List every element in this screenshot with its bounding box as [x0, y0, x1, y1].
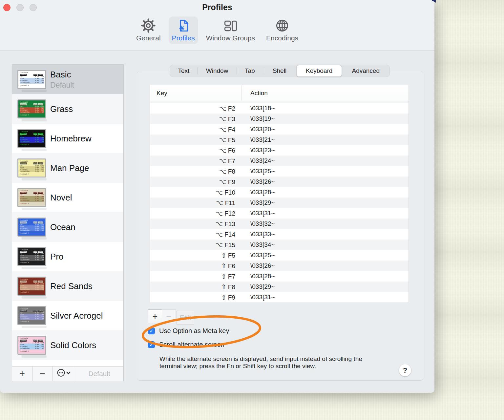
table-row[interactable]: ⌥ F13\033[32~ — [150, 219, 409, 229]
tab-text[interactable]: Text — [170, 65, 198, 77]
table-row[interactable]: ⇧ F9\033[31~ — [150, 292, 409, 303]
add-binding-button[interactable]: + — [148, 309, 162, 323]
table-row[interactable]: ⇧ F8\033[29~ — [150, 282, 409, 292]
tab-tab[interactable]: Tab — [237, 65, 263, 77]
profile-name: Homebrew — [50, 134, 92, 144]
table-row[interactable]: ⌥ F14\033[33~ — [150, 229, 409, 240]
profile-item-man-page[interactable]: Terminal# COMMAND %CPU RPRVT top4.1%231K… — [12, 153, 123, 183]
thumb-prompt: Terminal # — [20, 232, 44, 234]
profile-name: Silver Aerogel — [50, 311, 103, 321]
thumb-prompt: Terminal # — [20, 144, 44, 146]
toolbar-item-window-groups[interactable]: Window Groups — [203, 16, 258, 44]
tab-keyboard[interactable]: Keyboard — [296, 65, 342, 77]
remove-profile-button[interactable]: − — [32, 367, 53, 381]
thumb-process-row: loginwindow0.0%4M — [20, 111, 44, 113]
table-row[interactable]: ⌥ F7\033[24~ — [150, 156, 409, 166]
thumb-prompt: Terminal # — [20, 203, 44, 205]
profile-name: Pro — [50, 252, 63, 262]
profile-thumbnail: Terminal# COMMAND %CPU RPRVT top4.1%231K… — [17, 306, 46, 325]
profile-name: Ocean — [50, 222, 75, 232]
thumb-process-row: loginwindow0.0%4M — [20, 229, 44, 231]
table-row[interactable]: ⌥ F3\033[19~ — [150, 114, 409, 124]
profile-thumbnail: Terminal# COMMAND %CPU RPRVT top4.1%231K… — [17, 99, 46, 118]
remove-binding-button[interactable]: − — [162, 309, 176, 323]
scroll-alternate-screen-row: ✓ Scroll alternate screen — [148, 341, 224, 348]
profile-name: Grass — [50, 104, 73, 114]
toolbar-label: General — [136, 34, 161, 42]
table-row[interactable]: ⌥ F2\033[18~ — [150, 103, 409, 114]
tab-shell[interactable]: Shell — [263, 65, 296, 77]
table-row[interactable]: ⇧ F6\033[26~ — [150, 261, 409, 271]
checkmark-icon: ✓ — [149, 328, 154, 333]
thumb-process-row: loginwindow0.0%4M — [20, 200, 44, 202]
thumbnail-shadow — [22, 237, 47, 240]
table-row[interactable]: ⌥ F12\033[31~ — [150, 208, 409, 219]
profile-item-basic[interactable]: Terminal# COMMAND %CPU RPRVT top4.1%231K… — [12, 65, 123, 94]
column-header-action[interactable]: Action — [242, 90, 268, 97]
toolbar-item-general[interactable]: General — [133, 16, 164, 44]
profile-thumbnail: Terminal# COMMAND %CPU RPRVT top4.1%231K… — [17, 277, 46, 296]
scroll-alternate-screen-checkbox[interactable]: ✓ — [148, 341, 155, 348]
edit-binding-button[interactable]: Edit — [177, 311, 194, 325]
profile-item-red-sands[interactable]: Terminal# COMMAND %CPU RPRVT top4.1%231K… — [12, 271, 123, 301]
table-row[interactable]: ⌥ F4\033[20~ — [150, 124, 409, 135]
thumb-prompt: Terminal # — [20, 291, 44, 293]
thumb-prompt: Terminal # — [20, 173, 44, 175]
toolbar-item-profiles[interactable]: Profiles — [169, 16, 198, 44]
thumb-prompt: Terminal # — [20, 350, 44, 352]
keyboard-pane: Key Action ⌥ F2\033[18~ ⌥ F3\033[19~ ⌥ F… — [137, 71, 423, 381]
profile-item-pro[interactable]: Terminal# COMMAND %CPU RPRVT top4.1%231K… — [12, 242, 123, 271]
thumb-process-row: loginwindow0.0%4M — [20, 141, 44, 143]
use-option-as-meta-checkbox[interactable]: ✓ — [148, 327, 155, 334]
terminal-preview-screen: Terminal# COMMAND %CPU RPRVT top4.1%231K… — [18, 189, 45, 206]
profile-item-novel[interactable]: Terminal# COMMAND %CPU RPRVT top4.1%231K… — [12, 183, 123, 212]
table-row[interactable]: ⇧ F7\033[28~ — [150, 271, 409, 282]
cursor-fragment — [431, 0, 436, 3]
terminal-preview-screen: Terminal# COMMAND %CPU RPRVT top4.1%231K… — [18, 337, 45, 354]
thumb-process-row: loginwindow0.0%4M — [20, 318, 44, 320]
profile-tabs: Text Window Tab Shell Keyboard Advanced — [170, 65, 390, 77]
table-row[interactable]: ⇧ F5\033[25~ — [150, 250, 409, 261]
profile-item-silver-aerogel[interactable]: Terminal# COMMAND %CPU RPRVT top4.1%231K… — [12, 301, 123, 330]
profile-name: Man Page — [50, 163, 89, 173]
thumbnail-shadow — [22, 267, 47, 269]
profile-actions-button[interactable] — [53, 367, 75, 381]
profile-name: Solid Colors — [50, 340, 96, 350]
table-row[interactable]: ⌥ F15\033[34~ — [150, 240, 409, 250]
table-row[interactable]: ⌥ F5\033[21~ — [150, 135, 409, 145]
toolbar-label: Profiles — [172, 34, 195, 42]
toolbar-label: Encodings — [266, 34, 298, 42]
thumb-process-row: loginwindow0.0%4M — [20, 347, 44, 349]
column-header-key[interactable]: Key — [150, 85, 242, 101]
help-button[interactable]: ? — [399, 364, 411, 376]
profile-thumbnail: Terminal# COMMAND %CPU RPRVT top4.1%231K… — [17, 70, 46, 89]
tab-advanced[interactable]: Advanced — [342, 65, 389, 77]
add-profile-button[interactable]: + — [12, 367, 32, 381]
thumbnail-shadow — [22, 119, 47, 121]
tab-window[interactable]: Window — [198, 65, 237, 77]
toolbar-item-encodings[interactable]: Encodings — [263, 16, 302, 44]
profile-thumbnail: Terminal# COMMAND %CPU RPRVT top4.1%231K… — [17, 218, 46, 237]
set-default-button[interactable]: Default — [75, 367, 123, 381]
thumbnail-shadow — [22, 90, 47, 92]
table-row[interactable]: ⌥ F9\033[26~ — [150, 177, 409, 187]
profile-thumbnail: Terminal# COMMAND %CPU RPRVT top4.1%231K… — [17, 188, 46, 207]
profile-item-ocean[interactable]: Terminal# COMMAND %CPU RPRVT top4.1%231K… — [12, 212, 123, 242]
profile-item-grass[interactable]: Terminal# COMMAND %CPU RPRVT top4.1%231K… — [12, 94, 123, 124]
profile-item-solid-colors[interactable]: Terminal# COMMAND %CPU RPRVT top4.1%231K… — [12, 330, 123, 360]
profile-name: Basic — [50, 70, 74, 80]
table-row[interactable]: ⌥ F6\033[23~ — [150, 145, 409, 156]
terminal-preview-screen: Terminal# COMMAND %CPU RPRVT top4.1%231K… — [18, 100, 45, 117]
thumbnail-shadow — [22, 149, 47, 151]
table-row[interactable]: ⌥ F10\033[28~ — [150, 187, 409, 198]
thumbnail-shadow — [22, 208, 47, 210]
profile-document-icon — [176, 18, 191, 33]
thumb-prompt: Terminal # — [20, 114, 44, 116]
table-row[interactable]: ⌥ F11\033[29~ — [150, 198, 409, 208]
table-row[interactable]: ⌥ F8\033[25~ — [150, 166, 409, 177]
window-title: Profiles — [0, 3, 434, 12]
terminal-preview-screen: Terminal# COMMAND %CPU RPRVT top4.1%231K… — [18, 159, 45, 177]
profile-item-homebrew[interactable]: Terminal# COMMAND %CPU RPRVT top4.1%231K… — [12, 124, 123, 153]
thumb-prompt: Terminal # — [20, 85, 44, 87]
checkmark-icon: ✓ — [149, 342, 154, 347]
